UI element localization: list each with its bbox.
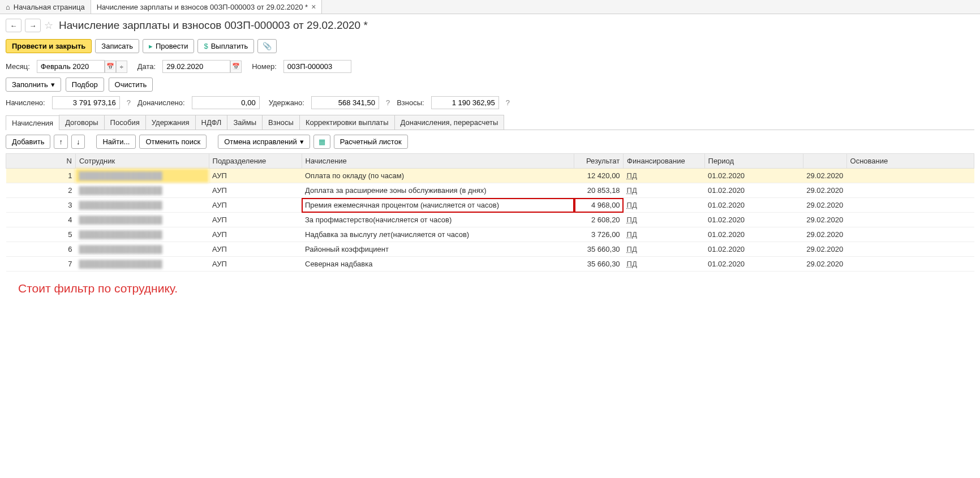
col-financing[interactable]: Финансирование [624,154,704,169]
payslip-button[interactable]: Расчетный листок [334,135,408,149]
add-button[interactable]: Добавить [6,135,50,149]
pay-button[interactable]: $ Выплатить [197,39,254,53]
table-row[interactable]: 6████████████████АУПРайонный коэффициент… [6,242,974,257]
help-icon[interactable]: ? [384,98,392,107]
attach-button[interactable]: 📎 [257,39,277,53]
cell-department: АУП [209,169,302,183]
tab-document-label: Начисление зарплаты и взносов 00ЗП-00000… [97,3,308,11]
table-row[interactable]: 1████████████████АУПОплата по окладу (по… [6,169,974,183]
settings-columns-button[interactable]: ▦ [313,135,330,149]
fill-button-label: Заполнить [12,80,48,89]
col-department[interactable]: Подразделение [209,154,302,169]
save-button[interactable]: Записать [95,39,139,53]
find-button[interactable]: Найти... [96,135,136,149]
post-and-close-button[interactable]: Провести и закрыть [6,39,92,53]
col-employee[interactable]: Сотрудник [75,154,209,169]
cell-basis [846,242,974,257]
extra-label: Доначислено: [137,98,185,107]
contrib-label: Взносы: [397,98,424,107]
cell-n: 5 [6,227,76,242]
cell-department: АУП [209,213,302,227]
cell-financing[interactable]: ПД [624,198,704,213]
cell-accrual: Премия ежемесячная процентом (начисляетс… [302,198,574,213]
number-input[interactable] [283,60,351,73]
col-result[interactable]: Результат [574,154,624,169]
pay-button-label: Выплатить [211,42,248,50]
cell-period-start: 01.02.2020 [704,213,803,227]
move-down-button[interactable]: ↓ [71,135,85,149]
tab-home[interactable]: ⌂ Начальная страница [0,0,91,14]
form-fields: Месяц: 📅 ÷ Дата: 📅 Номер: [0,58,980,75]
tab-ndfl[interactable]: НДФЛ [195,115,228,130]
grid-toolbar: Добавить ↑ ↓ Найти... Отменить поиск Отм… [0,130,980,153]
cell-department: АУП [209,183,302,198]
col-period-end[interactable] [803,154,846,169]
cell-accrual: Оплата по окладу (по часам) [302,169,574,183]
cell-n: 7 [6,257,76,272]
cell-financing[interactable]: ПД [624,213,704,227]
table-row[interactable]: 2████████████████АУПДоплата за расширени… [6,183,974,198]
cell-employee: ████████████████ [75,242,209,257]
month-calendar-button[interactable]: 📅 [105,61,116,73]
cell-period-start: 01.02.2020 [704,242,803,257]
fill-toolbar: Заполнить ▾ Подбор Очистить [0,75,980,94]
chevron-down-icon: ▾ [51,80,55,89]
close-icon[interactable]: × [311,2,316,11]
tab-accruals[interactable]: Начисления [6,115,59,130]
col-period[interactable]: Период [704,154,803,169]
cell-employee: ████████████████ [75,183,209,198]
cell-basis [846,257,974,272]
chevron-down-icon: ▾ [300,137,304,146]
post-button[interactable]: ▸ Провести [143,39,195,53]
totals-row: Начислено: ? Доначислено: Удержано: ? Вз… [0,94,980,111]
cancel-fix-button[interactable]: Отмена исправлений ▾ [218,135,310,149]
cancel-search-button[interactable]: Отменить поиск [139,135,207,149]
table-row[interactable]: 3████████████████АУППремия ежемесячная п… [6,198,974,213]
clear-button[interactable]: Очистить [109,77,153,92]
col-basis[interactable]: Основание [846,154,974,169]
extra-value [192,96,260,109]
table-row[interactable]: 7████████████████АУПСеверная надбавка35 … [6,257,974,272]
pick-button[interactable]: Подбор [66,77,104,92]
cell-financing[interactable]: ПД [624,169,704,183]
tab-contracts[interactable]: Договоры [59,115,104,130]
cell-accrual: Надбавка за выслугу лет(начисляется от ч… [302,227,574,242]
col-n[interactable]: N [6,154,76,169]
cell-employee: ████████████████ [75,169,209,183]
tab-deductions[interactable]: Удержания [145,115,196,130]
table-row[interactable]: 4████████████████АУПЗа профмастерство(на… [6,213,974,227]
sub-tabs: Начисления Договоры Пособия Удержания НД… [6,115,974,130]
favorite-icon[interactable]: ☆ [44,19,53,32]
col-accrual[interactable]: Начисление [302,154,574,169]
date-calendar-button[interactable]: 📅 [230,61,242,73]
cell-period-start: 01.02.2020 [704,227,803,242]
date-input[interactable] [162,60,230,73]
cell-financing[interactable]: ПД [624,183,704,198]
tab-document[interactable]: Начисление зарплаты и взносов 00ЗП-00000… [91,0,323,14]
help-icon[interactable]: ? [124,98,133,107]
cell-financing[interactable]: ПД [624,257,704,272]
nav-forward-button[interactable]: → [25,19,41,32]
tab-contributions[interactable]: Взносы [262,115,300,130]
tab-recalc[interactable]: Доначисления, перерасчеты [394,115,505,130]
fill-button[interactable]: Заполнить ▾ [6,77,61,92]
cell-financing[interactable]: ПД [624,227,704,242]
month-spin-button[interactable]: ÷ [116,61,127,73]
cell-financing[interactable]: ПД [624,242,704,257]
annotation-text: Стоит фильтр по сотруднику. [0,272,980,305]
cell-accrual: Районный коэффициент [302,242,574,257]
table-row[interactable]: 5████████████████АУПНадбавка за выслугу … [6,227,974,242]
cell-period-start: 01.02.2020 [704,183,803,198]
nav-back-button[interactable]: ← [6,19,22,32]
tab-benefits[interactable]: Пособия [104,115,146,130]
cell-n: 3 [6,198,76,213]
tab-corrections[interactable]: Корректировки выплаты [299,115,395,130]
move-up-button[interactable]: ↑ [54,135,68,149]
month-input[interactable] [37,60,105,73]
cell-period-start: 01.02.2020 [704,169,803,183]
cell-n: 6 [6,242,76,257]
tab-loans[interactable]: Займы [227,115,263,130]
cell-period-end: 29.02.2020 [803,198,846,213]
cell-accrual: Доплата за расширение зоны обслуживания … [302,183,574,198]
help-icon[interactable]: ? [504,98,512,107]
